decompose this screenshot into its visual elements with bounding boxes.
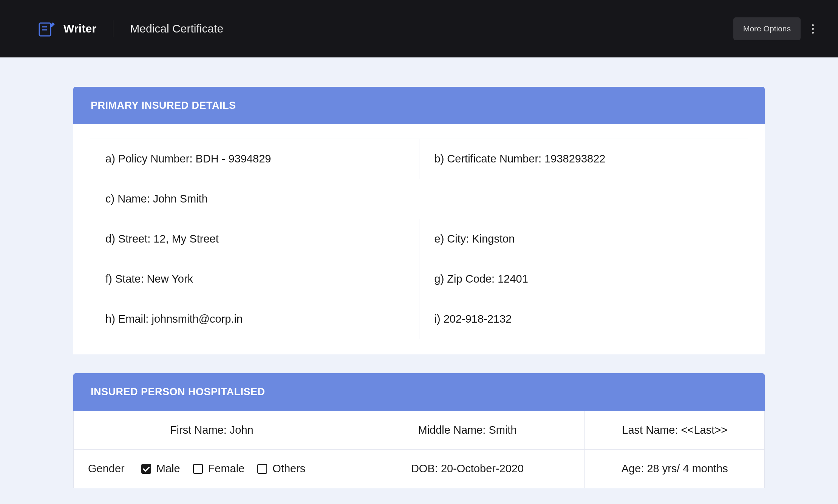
section2-header: INSURED PERSON HOSPITALISED (73, 373, 765, 411)
checkbox-checked-icon (141, 464, 151, 474)
checkbox-unchecked-icon (257, 464, 267, 474)
dob-cell: DOB: 20-October-2020 (350, 450, 585, 488)
app-name: Writer (63, 22, 96, 35)
writer-logo-icon (38, 20, 55, 37)
gender-female-checkbox[interactable]: Female (193, 462, 245, 475)
phone-cell: i) 202-918-2132 (419, 299, 748, 339)
topbar: Writer Medical Certificate More Options (0, 0, 838, 57)
gender-others-label: Others (272, 462, 305, 475)
city-cell: e) City: Kingston (419, 219, 748, 259)
kebab-menu-icon[interactable] (807, 20, 819, 37)
name-cell: c) Name: John Smith (90, 179, 748, 219)
zip-cell: g) Zip Code: 12401 (419, 259, 748, 299)
primary-insured-table: a) Policy Number: BDH - 9394829 b) Certi… (90, 139, 748, 339)
gender-others-checkbox[interactable]: Others (257, 462, 305, 475)
hospitalised-table: First Name: John Middle Name: Smith Last… (73, 411, 765, 488)
checkbox-unchecked-icon (193, 464, 203, 474)
topbar-left: Writer Medical Certificate (38, 20, 223, 37)
section1-title: PRIMARY INSURED DETAILS (91, 100, 236, 111)
last-name-cell: Last Name: <<Last>> (585, 411, 765, 450)
section1-body: a) Policy Number: BDH - 9394829 b) Certi… (73, 124, 765, 354)
middle-name-cell: Middle Name: Smith (350, 411, 585, 450)
policy-number-cell: a) Policy Number: BDH - 9394829 (90, 139, 419, 179)
gender-label: Gender (88, 462, 125, 475)
section1-header: PRIMARY INSURED DETAILS (73, 87, 765, 124)
section2-body: First Name: John Middle Name: Smith Last… (73, 411, 765, 488)
document-page: PRIMARY INSURED DETAILS a) Policy Number… (73, 87, 765, 488)
first-name-cell: First Name: John (74, 411, 350, 450)
certificate-number-cell: b) Certificate Number: 1938293822 (419, 139, 748, 179)
email-cell: h) Email: johnsmith@corp.in (90, 299, 419, 339)
gender-female-label: Female (208, 462, 245, 475)
gender-male-checkbox[interactable]: Male (141, 462, 180, 475)
document-title: Medical Certificate (130, 22, 223, 35)
gender-cell-wrap: Gender Male Female Others (74, 450, 350, 488)
age-cell: Age: 28 yrs/ 4 months (585, 450, 765, 488)
more-options-button[interactable]: More Options (733, 17, 801, 40)
logo-block: Writer (38, 20, 96, 37)
divider (113, 20, 113, 37)
topbar-right: More Options (733, 17, 819, 40)
state-cell: f) State: New York (90, 259, 419, 299)
section2-title: INSURED PERSON HOSPITALISED (91, 386, 265, 397)
gender-male-label: Male (156, 462, 180, 475)
street-cell: d) Street: 12, My Street (90, 219, 419, 259)
